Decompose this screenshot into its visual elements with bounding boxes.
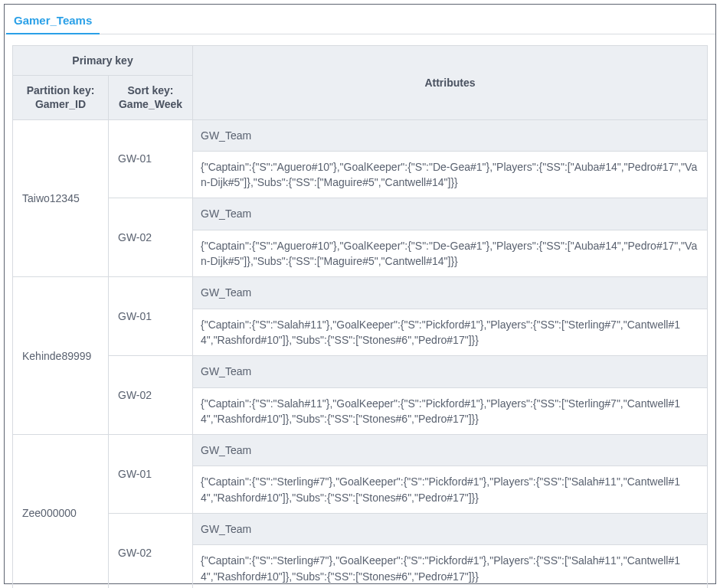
header-attributes: Attributes [193, 46, 708, 120]
cell-attr-label: GW_Team [193, 435, 708, 466]
cell-attr-value: {"Captain":{"S":"Salah#11"},"GoalKeeper"… [193, 387, 708, 435]
cell-attr-value: {"Captain":{"S":"Sterling#7"},"GoalKeepe… [193, 545, 708, 588]
table-row: Kehinde89999 GW-01 GW_Team [13, 277, 708, 309]
tab-bar: Gamer_Teams [5, 5, 715, 34]
cell-attr-value: {"Captain":{"S":"Sterling#7"},"GoalKeepe… [193, 466, 708, 514]
header-partition-key: Partition key: Gamer_ID [13, 76, 109, 119]
cell-attr-label: GW_Team [193, 119, 708, 151]
cell-game-week: GW-01 [109, 119, 193, 198]
header-sort-key: Sort key: Game_Week [109, 76, 193, 119]
cell-attr-label: GW_Team [193, 198, 708, 230]
cell-gamer-id: Zee000000 [13, 435, 109, 588]
gamer-teams-table: Primary key Attributes Partition key: Ga… [12, 45, 708, 588]
tab-gamer-teams[interactable]: Gamer_Teams [6, 11, 100, 34]
cell-gamer-id: Taiwo12345 [13, 119, 109, 277]
cell-game-week: GW-02 [109, 356, 193, 435]
table-container: Primary key Attributes Partition key: Ga… [5, 34, 715, 588]
cell-game-week: GW-02 [109, 514, 193, 588]
cell-attr-value: {"Captain":{"S":"Salah#11"},"GoalKeeper"… [193, 309, 708, 356]
table-row: Taiwo12345 GW-01 GW_Team [13, 119, 708, 151]
cell-attr-label: GW_Team [193, 356, 708, 387]
cell-game-week: GW-01 [109, 435, 193, 514]
cell-attr-label: GW_Team [193, 514, 708, 545]
app-frame: Gamer_Teams Primary key Attributes Parti… [4, 4, 716, 584]
cell-gamer-id: Kehinde89999 [13, 277, 109, 435]
header-primary-key: Primary key [13, 46, 193, 76]
table-row: Zee000000 GW-01 GW_Team [13, 435, 708, 466]
cell-attr-value: {"Captain":{"S":"Aguero#10"},"GoalKeeper… [193, 230, 708, 277]
cell-attr-label: GW_Team [193, 277, 708, 309]
table-body: Taiwo12345 GW-01 GW_Team {"Captain":{"S"… [13, 119, 708, 588]
table-row: GW-02 GW_Team [13, 198, 708, 230]
cell-game-week: GW-02 [109, 198, 193, 277]
cell-game-week: GW-01 [109, 277, 193, 356]
table-row: GW-02 GW_Team [13, 356, 708, 387]
cell-attr-value: {"Captain":{"S":"Aguero#10"},"GoalKeeper… [193, 151, 708, 198]
table-row: GW-02 GW_Team [13, 514, 708, 545]
